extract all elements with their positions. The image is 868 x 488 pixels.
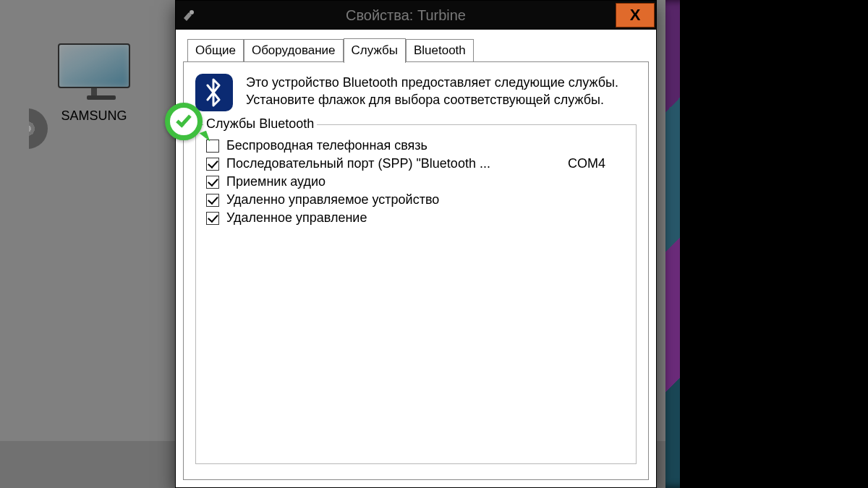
tab-label: Службы xyxy=(352,43,398,57)
checkbox-remote-control[interactable] xyxy=(206,212,219,225)
close-button[interactable]: X xyxy=(616,3,655,27)
service-row: Последовательный порт (SPP) "Bluetooth .… xyxy=(206,156,626,171)
tab-label: Общие xyxy=(195,43,236,57)
callout-badge xyxy=(165,103,207,145)
fieldset-legend: Службы Bluetooth xyxy=(203,116,317,132)
service-row: Удаленное управление xyxy=(206,210,626,226)
tab-hardware[interactable]: Оборудование xyxy=(244,39,344,62)
service-label: Беспроводная телефонная связь xyxy=(226,138,561,153)
service-label: Приемник аудио xyxy=(226,174,561,189)
dialog-body: Общие Оборудование Службы Bluetooth Это … xyxy=(183,37,649,480)
intro-row: Это устройство Bluetooth предоставляет с… xyxy=(195,74,637,111)
device-icon xyxy=(182,8,196,22)
intro-text: Это устройство Bluetooth предоставляет с… xyxy=(246,74,618,109)
service-extra: COM4 xyxy=(568,156,626,171)
service-label: Удаленное управление xyxy=(226,210,561,226)
tab-label: Оборудование xyxy=(252,43,336,57)
tab-services[interactable]: Службы xyxy=(344,38,406,63)
titlebar[interactable]: Свойства: Turbine X xyxy=(176,1,656,30)
services-fieldset: Службы Bluetooth Беспроводная телефонная… xyxy=(195,124,637,464)
checkmark-icon xyxy=(165,103,203,140)
tab-bluetooth[interactable]: Bluetooth xyxy=(406,39,474,62)
screen: SAMSUNG Свойства: Turbine X Общие Оборуд… xyxy=(0,0,868,488)
tab-general[interactable]: Общие xyxy=(187,39,244,62)
checkbox-audio-sink[interactable] xyxy=(206,176,219,189)
window-title: Свойства: Turbine xyxy=(196,7,616,24)
checkbox-spp[interactable] xyxy=(206,158,219,171)
service-row: Беспроводная телефонная связь xyxy=(206,138,626,153)
service-row: Приемник аудио xyxy=(206,174,626,189)
service-row: Удаленно управляемое устройство xyxy=(206,192,626,207)
service-label: Последовательный порт (SPP) "Bluetooth .… xyxy=(226,156,561,171)
tab-label: Bluetooth xyxy=(414,43,466,57)
properties-dialog: Свойства: Turbine X Общие Оборудование С… xyxy=(175,0,657,488)
tabstrip: Общие Оборудование Службы Bluetooth xyxy=(187,37,649,61)
checkbox-remote-controlled[interactable] xyxy=(206,194,219,207)
service-label: Удаленно управляемое устройство xyxy=(226,192,561,207)
close-icon: X xyxy=(630,6,641,25)
intro-line: Установите флажок для выбора соответству… xyxy=(246,91,618,108)
svg-point-0 xyxy=(190,10,194,14)
letterbox-right xyxy=(680,0,868,488)
intro-line: Это устройство Bluetooth предоставляет с… xyxy=(246,74,618,91)
tab-panel-services: Это устройство Bluetooth предоставляет с… xyxy=(183,61,649,480)
